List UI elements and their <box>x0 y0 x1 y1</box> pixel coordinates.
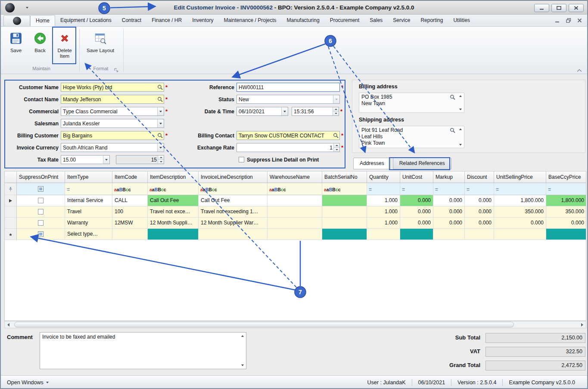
grid-cell[interactable]: CALL <box>112 195 148 206</box>
search-icon[interactable] <box>450 94 455 102</box>
search-icon[interactable] <box>156 131 164 140</box>
tax-rate-dropdown[interactable]: 15.00 <box>61 155 110 164</box>
equals-filter-icon[interactable] <box>548 185 551 193</box>
search-icon[interactable] <box>156 83 164 91</box>
app-menu-button[interactable] <box>3 15 30 26</box>
grid-cell[interactable]: 12MSW <box>112 218 148 229</box>
filter-cell[interactable] <box>367 183 400 195</box>
minimize-button[interactable] <box>534 4 549 12</box>
commercial-dropdown[interactable]: Type Class Commercial <box>61 107 164 116</box>
grid-cell[interactable]: 1,800.000 <box>494 195 546 206</box>
tab-related-references[interactable]: Related References <box>393 158 451 169</box>
filter-cell[interactable]: aBc <box>322 183 367 195</box>
billing-address-field[interactable]: PO Box 1985 New Town <box>359 93 464 113</box>
grid-cell[interactable]: 1.000 <box>367 195 400 206</box>
grid-cell[interactable]: 100 <box>112 206 148 218</box>
grid-cell[interactable]: 0.000 <box>465 206 494 218</box>
mdi-close-button[interactable] <box>577 17 582 25</box>
grid-cell[interactable] <box>112 229 148 240</box>
scroll-up-icon[interactable] <box>241 335 244 337</box>
column-header[interactable]: Markup <box>433 171 465 183</box>
grid-cell[interactable]: 0.000 <box>400 195 433 206</box>
filter-cell[interactable] <box>17 183 65 195</box>
grid-cell[interactable]: 0.000 <box>433 195 465 206</box>
ribbon-tab-sales[interactable]: Sales <box>364 15 388 26</box>
filter-cell[interactable]: aBc <box>112 183 148 195</box>
text-filter-icon[interactable]: aBc <box>149 185 166 193</box>
dropdown-arrow-icon[interactable] <box>157 107 164 115</box>
tax-amount-spinner[interactable]: 15 <box>116 155 164 164</box>
grid-cell[interactable]: 0.000 <box>546 218 586 229</box>
scroll-down-icon[interactable] <box>459 109 462 110</box>
back-button[interactable]: Back <box>29 28 51 65</box>
ribbon-tab-finance-hr[interactable]: Finance / HR <box>146 15 187 26</box>
search-icon[interactable] <box>156 95 164 103</box>
column-header[interactable]: UnitCost <box>400 171 433 183</box>
filter-cell[interactable]: aBc <box>199 183 268 195</box>
comment-field[interactable]: Invoice to be faxed and emailed <box>40 332 246 369</box>
ribbon-tab-utilities[interactable]: Utilities <box>448 15 475 26</box>
status-dropdown[interactable]: New <box>236 95 340 104</box>
suppress-checkbox[interactable] <box>38 231 44 237</box>
scroll-up-icon[interactable] <box>459 95 462 97</box>
ribbon-tab-procurement[interactable]: Procurement <box>325 15 365 26</box>
column-header[interactable]: BaseCcyPrice <box>546 171 586 183</box>
horizontal-scrollbar[interactable] <box>4 321 586 328</box>
equals-filter-icon[interactable] <box>467 185 470 193</box>
new-invoice-line-row[interactable]: Select type… <box>5 229 586 240</box>
text-filter-icon[interactable]: aBc <box>200 185 217 193</box>
text-filter-icon[interactable]: aBc <box>114 185 131 193</box>
grid-cell[interactable]: 1.000 <box>367 218 400 229</box>
format-dialog-launcher-icon[interactable] <box>114 66 118 74</box>
grid-cell[interactable] <box>199 229 268 240</box>
billing-contact-field[interactable]: Tarryn Snow CUSTOMER CONTACT <box>236 131 340 140</box>
search-icon[interactable] <box>450 128 455 135</box>
equals-filter-icon[interactable] <box>496 185 499 193</box>
grid-cell[interactable]: 0.000 <box>400 206 433 218</box>
spin-down-icon[interactable] <box>158 159 164 164</box>
suppress-checkbox[interactable] <box>38 220 44 226</box>
text-filter-icon[interactable]: aBc <box>324 185 341 193</box>
grid-cell[interactable]: Call Out Fee <box>148 195 199 206</box>
suppress-checkbox[interactable] <box>38 198 44 203</box>
filter-cell[interactable] <box>65 183 112 195</box>
ribbon-tab-maintenance-projects[interactable]: Maintenance / Projects <box>219 15 282 26</box>
dropdown-arrow-icon[interactable] <box>281 107 288 115</box>
equals-filter-icon[interactable] <box>369 185 372 193</box>
grid-cell[interactable]: 0.000 <box>465 195 494 206</box>
grid-cell[interactable]: 0.000 <box>433 218 465 229</box>
equals-filter-icon[interactable] <box>67 185 70 193</box>
salesman-dropdown[interactable]: Julanda Kessler <box>61 119 164 128</box>
ribbon-tab-reporting[interactable]: Reporting <box>415 15 448 26</box>
grid-cell[interactable] <box>433 229 465 240</box>
ribbon-tab-inventory[interactable]: Inventory <box>187 15 218 26</box>
dropdown-arrow-icon[interactable] <box>157 143 164 152</box>
suppress-line-detail-checkbox[interactable] <box>239 157 244 162</box>
grid-cell[interactable] <box>268 206 322 218</box>
ribbon-collapse-icon[interactable] <box>576 66 582 74</box>
grid-cell[interactable]: 12 Month Supplier War… <box>199 218 268 229</box>
grid-cell[interactable]: 1.000 <box>367 206 400 218</box>
close-button[interactable] <box>569 4 584 12</box>
grid-cell[interactable] <box>17 195 65 206</box>
scroll-left-icon[interactable] <box>5 321 12 328</box>
scroll-down-icon[interactable] <box>459 144 462 146</box>
filter-cell[interactable] <box>400 183 433 195</box>
spin-down-icon[interactable] <box>334 147 339 152</box>
spin-up-icon[interactable] <box>158 156 164 159</box>
grid-cell[interactable]: 0.000 <box>465 218 494 229</box>
scrollbar-thumb[interactable] <box>14 322 514 327</box>
grid-cell[interactable] <box>268 218 322 229</box>
invoice-line-row[interactable]: Internal Service CALL Call Out Fee Call … <box>5 195 586 206</box>
grid-cell[interactable] <box>494 229 546 240</box>
column-header[interactable]: WarehouseName <box>268 171 322 183</box>
filter-cell[interactable] <box>465 183 494 195</box>
grid-cell[interactable] <box>268 195 322 206</box>
ribbon-tab-service[interactable]: Service <box>388 15 415 26</box>
grid-cell[interactable] <box>546 229 586 240</box>
save-button[interactable]: Save <box>5 28 27 65</box>
billing-customer-field[interactable]: Big Bargains <box>61 131 164 140</box>
grid-cell[interactable]: Internal Service <box>65 195 112 206</box>
grid-cell[interactable]: Travel <box>65 206 112 218</box>
grid-cell[interactable]: Travel not exceeding 1… <box>199 206 268 218</box>
